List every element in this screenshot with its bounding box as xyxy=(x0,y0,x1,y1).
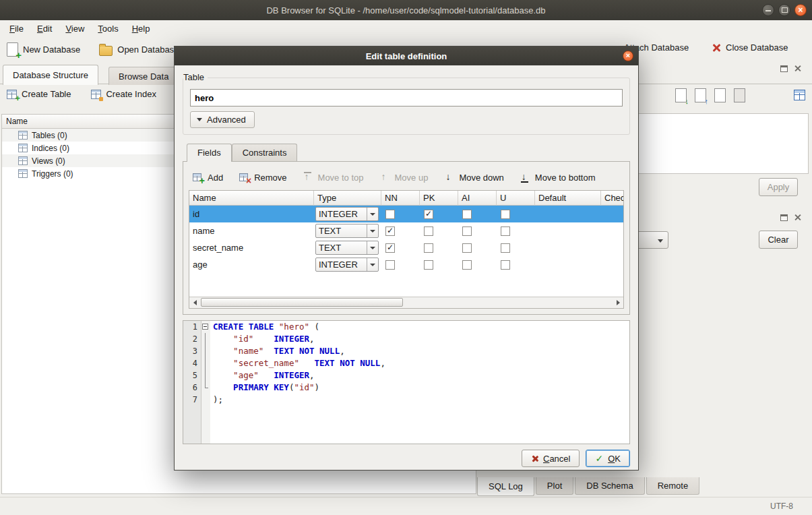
field-u-cell[interactable] xyxy=(497,206,535,222)
menu-view[interactable]: View xyxy=(59,22,91,36)
sql-preview[interactable]: 1CREATE TABLE "hero" (2 "id" INTEGER,3 "… xyxy=(183,320,630,444)
fold-marker[interactable] xyxy=(201,321,210,333)
field-name-cell[interactable]: age xyxy=(189,256,314,273)
move-down-button[interactable]: Move down xyxy=(444,172,503,183)
cell-editor-area[interactable] xyxy=(636,113,809,174)
field-row-age[interactable]: ageINTEGER xyxy=(189,256,623,273)
field-type-cell[interactable]: INTEGER xyxy=(314,206,381,222)
move-to-bottom-button[interactable]: Move to bottom xyxy=(520,172,596,183)
close-dock-icon[interactable] xyxy=(794,65,801,72)
field-check-cell[interactable] xyxy=(601,206,624,222)
export-icon[interactable] xyxy=(695,88,706,102)
field-type-combo[interactable]: TEXT xyxy=(315,241,379,255)
field-default-cell[interactable] xyxy=(535,256,601,273)
pk-checkbox[interactable] xyxy=(424,260,433,270)
ai-checkbox[interactable] xyxy=(462,243,472,253)
field-ai-cell[interactable] xyxy=(458,256,497,273)
u-checkbox[interactable] xyxy=(501,210,510,219)
field-default-cell[interactable] xyxy=(535,206,601,222)
close-dock-icon[interactable] xyxy=(794,214,801,221)
tab-constraints[interactable]: Constraints xyxy=(232,144,298,161)
float-dock-icon[interactable] xyxy=(780,214,788,221)
print-icon[interactable] xyxy=(734,88,745,102)
nn-checkbox[interactable] xyxy=(385,210,395,219)
column-header-default[interactable]: Default xyxy=(535,191,601,206)
field-nn-cell[interactable] xyxy=(381,206,420,222)
field-name-cell[interactable]: secret_name xyxy=(189,239,314,256)
field-nn-cell[interactable] xyxy=(381,222,420,239)
field-type-combo[interactable]: INTEGER xyxy=(315,207,379,221)
float-dock-icon[interactable] xyxy=(780,65,788,72)
create-index-button[interactable]: Create Index xyxy=(91,89,156,99)
field-type-cell[interactable]: INTEGER xyxy=(314,256,381,273)
remove-button[interactable]: Remove xyxy=(239,172,286,183)
save-cell-icon[interactable] xyxy=(794,90,805,100)
combo-dropdown-icon[interactable] xyxy=(367,258,378,271)
clear-button[interactable]: Clear xyxy=(759,231,798,249)
field-row-secret-name[interactable]: secret_nameTEXT xyxy=(189,239,623,256)
field-row-name[interactable]: nameTEXT xyxy=(189,222,623,239)
field-u-cell[interactable] xyxy=(497,256,535,273)
column-header-name[interactable]: Name xyxy=(189,191,314,206)
field-nn-cell[interactable] xyxy=(381,256,420,273)
scroll-left-icon[interactable] xyxy=(189,297,200,307)
menu-tools[interactable]: Tools xyxy=(91,22,125,36)
field-pk-cell[interactable] xyxy=(420,206,458,222)
table-name-input[interactable] xyxy=(190,89,623,107)
dialog-titlebar[interactable]: Edit table definition xyxy=(175,47,638,65)
field-name-cell[interactable]: name xyxy=(189,222,314,239)
field-type-cell[interactable]: TEXT xyxy=(314,222,381,239)
column-header-check[interactable]: Check xyxy=(601,191,624,206)
close-database-button[interactable]: Close Database xyxy=(712,42,788,53)
nn-checkbox[interactable] xyxy=(385,226,395,236)
field-pk-cell[interactable] xyxy=(420,256,458,273)
import-icon[interactable] xyxy=(675,88,687,102)
combo-dropdown-icon[interactable] xyxy=(367,241,378,254)
pk-checkbox[interactable] xyxy=(424,243,433,253)
horizontal-scrollbar[interactable] xyxy=(189,297,623,308)
field-check-cell[interactable] xyxy=(601,239,624,256)
dialog-close-icon[interactable] xyxy=(623,51,633,61)
minimize-icon[interactable] xyxy=(762,4,774,16)
field-type-cell[interactable]: TEXT xyxy=(314,239,381,256)
ok-button[interactable]: OK xyxy=(586,450,630,467)
column-header-pk[interactable]: PK xyxy=(420,191,458,206)
ai-checkbox[interactable] xyxy=(462,210,472,219)
field-pk-cell[interactable] xyxy=(420,239,458,256)
create-table-button[interactable]: Create Table xyxy=(7,89,71,99)
menu-file[interactable]: File xyxy=(3,22,30,36)
nn-checkbox[interactable] xyxy=(385,260,395,270)
close-icon[interactable] xyxy=(794,4,807,16)
combo-dropdown-icon[interactable] xyxy=(367,208,378,220)
field-u-cell[interactable] xyxy=(497,222,535,239)
field-pk-cell[interactable] xyxy=(420,222,458,239)
column-header-u[interactable]: U xyxy=(497,191,535,206)
field-default-cell[interactable] xyxy=(535,239,601,256)
add-button[interactable]: Add xyxy=(193,172,223,183)
field-type-combo[interactable]: INTEGER xyxy=(315,258,379,272)
open-database-button[interactable]: Open Database xyxy=(99,43,179,56)
cancel-button[interactable]: Cancel xyxy=(522,450,580,467)
bottom-tab-plot[interactable]: Plot xyxy=(536,477,573,495)
ai-checkbox[interactable] xyxy=(462,226,472,236)
nn-checkbox[interactable] xyxy=(385,243,395,253)
tab-browse-data[interactable]: Browse Data xyxy=(108,67,179,85)
bottom-tab-db-schema[interactable]: DB Schema xyxy=(575,477,644,495)
field-ai-cell[interactable] xyxy=(458,206,497,222)
set-null-icon[interactable] xyxy=(714,88,726,102)
bottom-tab-sql-log[interactable]: SQL Log xyxy=(477,477,534,496)
pk-checkbox[interactable] xyxy=(424,210,433,219)
scroll-right-icon[interactable] xyxy=(613,297,623,307)
window-titlebar[interactable]: DB Browser for SQLite - /home/user/code/… xyxy=(0,0,812,20)
tab-fields[interactable]: Fields xyxy=(187,144,232,162)
pk-checkbox[interactable] xyxy=(424,226,433,236)
maximize-icon[interactable] xyxy=(778,4,790,16)
field-check-cell[interactable] xyxy=(601,256,624,273)
column-header-nn[interactable]: NN xyxy=(381,191,420,206)
column-header-ai[interactable]: AI xyxy=(458,191,497,206)
combo-dropdown-icon[interactable] xyxy=(367,224,378,237)
u-checkbox[interactable] xyxy=(501,243,510,253)
u-checkbox[interactable] xyxy=(501,226,510,236)
field-nn-cell[interactable] xyxy=(381,239,420,256)
field-name-cell[interactable]: id xyxy=(189,206,314,222)
